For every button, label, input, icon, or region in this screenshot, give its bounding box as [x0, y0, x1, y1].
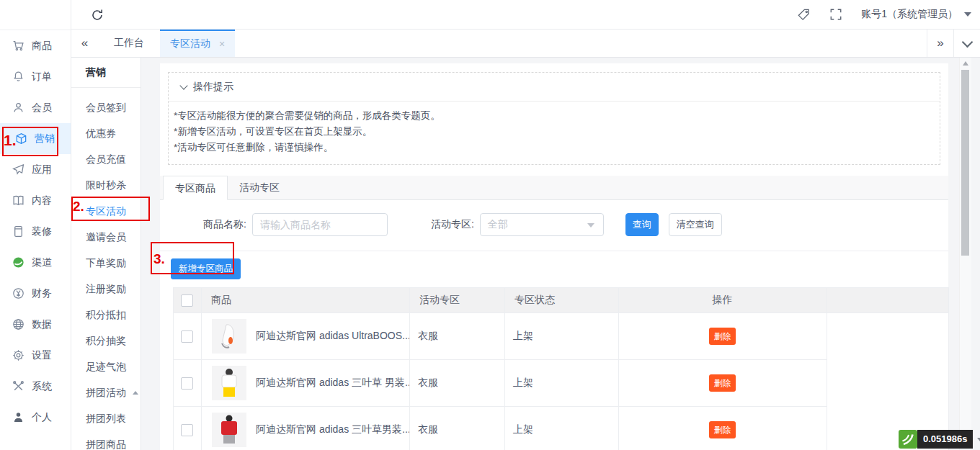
sidebar-item-label: 设置	[32, 349, 52, 362]
sidebar-item-label: 会员	[32, 102, 52, 114]
account-label: 账号1（系统管理员）	[861, 8, 958, 21]
sidebar-item-label: 订单	[32, 71, 52, 84]
tip-line: *新增专区活动，可设置专区在首页上架显示。	[174, 124, 928, 140]
delete-button[interactable]: 删除	[709, 328, 736, 345]
bell-icon	[12, 71, 24, 83]
operation-tips-header[interactable]: 操作提示	[169, 73, 940, 101]
delete-button[interactable]: 删除	[709, 421, 736, 438]
tabstrip-right-controls: »	[927, 30, 980, 57]
fullscreen-icon[interactable]	[829, 8, 842, 21]
scroll-up-arrow[interactable]	[963, 61, 968, 66]
product-title: 阿迪达斯官网 adidas UltraBOOS...	[256, 330, 410, 343]
goods-name-label: 商品名称:	[203, 218, 246, 231]
secondary-sidebar: 营销 会员签到 优惠券 会员充值 限时秒杀 专区活动 邀请会员 下单奖励 注册奖…	[71, 57, 141, 450]
sidebar-item-personal[interactable]: 个人	[0, 402, 71, 433]
menu-item-zone-activity[interactable]: 专区活动	[71, 198, 141, 224]
search-button[interactable]: 查询	[625, 213, 659, 236]
menu-item-group-buy-goods[interactable]: 拼团商品	[71, 431, 141, 450]
goods-table: 商品 活动专区 专区状态 操作 阿迪达斯官网 adidas UltraBOOS.…	[173, 287, 949, 450]
vertical-scrollbar	[959, 57, 971, 450]
tab-activity-zone[interactable]: 活动专区	[228, 176, 291, 199]
col-header-actions: 操作	[619, 288, 827, 313]
goods-table-wrap: 商品 活动专区 专区状态 操作 阿迪达斯官网 adidas UltraBOOS.…	[173, 287, 948, 450]
sidebar-item-settings[interactable]: 设置	[0, 340, 71, 371]
scroll-tabs-right-icon[interactable]: »	[927, 30, 953, 57]
tab-zone-goods[interactable]: 专区商品	[163, 176, 228, 200]
menu-item-invite-members[interactable]: 邀请会员	[71, 224, 141, 250]
row-checkbox[interactable]	[181, 424, 193, 436]
caret-down-icon	[964, 12, 971, 17]
sidebar-item-members[interactable]: 会员	[0, 92, 71, 123]
col-header-empty	[827, 288, 949, 313]
cell-status: 上架	[505, 313, 619, 360]
add-zone-goods-button[interactable]: 新增专区商品	[171, 258, 241, 279]
sidebar-item-label: 应用	[32, 163, 52, 176]
workspace-tab-strip: « 工作台 专区活动 × »	[71, 30, 980, 58]
collapse-up-icon	[133, 391, 138, 395]
goods-name-input[interactable]	[252, 213, 388, 236]
menu-item-member-signin[interactable]: 会员签到	[71, 94, 141, 120]
sidebar-item-data[interactable]: 数据	[0, 309, 71, 340]
scrollbar-thumb[interactable]	[961, 70, 969, 256]
menu-item-register-reward[interactable]: 注册奖励	[71, 276, 141, 302]
tag-icon[interactable]	[797, 8, 811, 22]
row-checkbox[interactable]	[181, 330, 193, 343]
select-caret-icon	[587, 223, 594, 228]
trace-flame-icon	[899, 430, 917, 449]
menu-item-flash-sale[interactable]: 限时秒杀	[71, 172, 141, 198]
tip-line: *活动专区可任意删除，请谨慎操作。	[174, 140, 928, 156]
menu-item-points-lottery[interactable]: 积分抽奖	[71, 328, 141, 354]
sidebar-item-goods[interactable]: 商品	[0, 30, 71, 61]
panel-icon	[12, 225, 24, 238]
tab-label: 工作台	[114, 37, 144, 50]
chevron-down-icon	[179, 81, 187, 89]
refresh-icon[interactable]	[90, 8, 104, 22]
menu-item-points-deduction[interactable]: 积分抵扣	[71, 302, 141, 328]
sidebar-item-label: 营销	[35, 132, 55, 145]
collapse-tabs-left-icon[interactable]: «	[71, 30, 98, 57]
secondary-sidebar-title: 营销	[71, 57, 141, 88]
col-header-zone: 活动专区	[410, 288, 505, 313]
channel-icon	[12, 256, 24, 269]
activity-zone-select[interactable]: 全部	[480, 213, 604, 236]
toolbar-row: 新增专区商品	[171, 258, 948, 280]
sidebar-item-orders[interactable]: 订单	[0, 61, 71, 92]
row-checkbox[interactable]	[181, 377, 193, 390]
sidebar-item-channels[interactable]: 渠道	[0, 247, 71, 278]
menu-item-member-recharge[interactable]: 会员充值	[71, 146, 141, 172]
menu-item-label: 拼团活动	[86, 387, 126, 398]
sidebar-item-label: 内容	[32, 194, 52, 207]
tab-zone-activity[interactable]: 专区活动 ×	[160, 30, 235, 57]
tab-list-dropdown-icon[interactable]	[953, 30, 980, 57]
sidebar-item-marketing[interactable]: 营销	[0, 123, 71, 154]
sidebar-item-decoration[interactable]: 装修	[0, 216, 71, 247]
topbar-right-cluster: 账号1（系统管理员）	[797, 0, 971, 29]
cell-zone: 衣服	[410, 407, 505, 450]
tab-workbench[interactable]: 工作台	[98, 30, 160, 57]
trace-badge[interactable]: 0.051986s	[899, 430, 980, 449]
trace-time: 0.051986s	[917, 430, 973, 449]
trace-caret-icon[interactable]	[977, 438, 980, 441]
user-icon	[12, 102, 24, 114]
sidebar-item-content[interactable]: 内容	[0, 185, 71, 216]
paper-plane-icon	[12, 163, 24, 176]
tip-line: *专区活动能很方便的聚合需要促销的商品，形成各类专题页。	[174, 108, 928, 124]
globe-icon	[12, 318, 24, 330]
account-menu[interactable]: 账号1（系统管理员）	[861, 8, 971, 21]
operation-tips-title: 操作提示	[193, 81, 233, 94]
close-icon[interactable]: ×	[219, 38, 225, 50]
menu-item-coupons[interactable]: 优惠券	[71, 120, 141, 146]
tools-icon	[12, 380, 24, 392]
select-all-checkbox[interactable]	[181, 294, 193, 307]
delete-button[interactable]: 删除	[709, 374, 736, 392]
panel-tabs: 专区商品 活动专区	[160, 176, 948, 200]
filter-row: 商品名称: 活动专区: 全部 查询 清空查询	[203, 212, 948, 236]
menu-item-group-buy-list[interactable]: 拼团列表	[71, 405, 141, 431]
sidebar-item-finance[interactable]: 财务	[0, 278, 71, 309]
menu-item-footprint-bubble[interactable]: 足迹气泡	[71, 354, 141, 379]
menu-item-order-reward[interactable]: 下单奖励	[71, 250, 141, 276]
sidebar-item-apps[interactable]: 应用	[0, 154, 71, 185]
menu-item-group-buy-activity[interactable]: 拼团活动	[71, 379, 141, 405]
clear-search-button[interactable]: 清空查询	[669, 213, 722, 236]
sidebar-item-system[interactable]: 系统	[0, 371, 71, 402]
